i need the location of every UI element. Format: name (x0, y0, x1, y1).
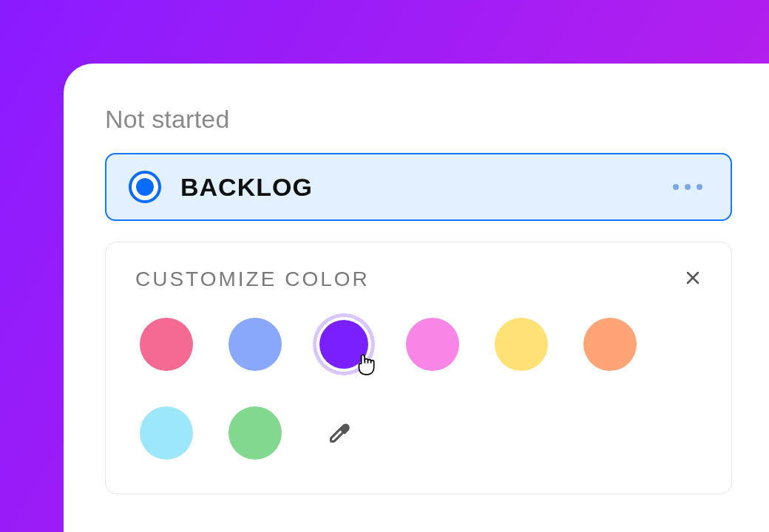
status-circle-icon (129, 171, 161, 203)
status-row[interactable]: BACKLOG (105, 153, 732, 221)
dots-icon (673, 184, 679, 190)
color-swatch[interactable] (490, 313, 552, 375)
swatch-grid (135, 313, 702, 464)
swatch-circle (406, 318, 459, 371)
swatch-circle (228, 406, 282, 460)
swatch-circle (319, 320, 368, 369)
close-button[interactable] (684, 269, 702, 290)
swatch-circle (583, 318, 637, 371)
color-swatch[interactable] (224, 313, 286, 375)
color-swatch[interactable] (135, 313, 197, 375)
color-swatch[interactable] (224, 402, 286, 464)
swatch-circle (228, 318, 282, 371)
eyedropper-button[interactable] (313, 406, 366, 460)
eyedropper-icon (327, 420, 352, 446)
customize-color-panel: CUSTOMIZE COLOR (105, 242, 732, 494)
swatch-circle (140, 406, 193, 460)
section-title: Not started (105, 105, 732, 134)
color-swatch[interactable] (135, 402, 197, 464)
color-swatch[interactable] (402, 313, 464, 375)
more-options-button[interactable] (667, 178, 708, 196)
color-swatch[interactable] (579, 313, 641, 375)
panel-title: CUSTOMIZE COLOR (135, 267, 370, 291)
card: Not started BACKLOG CUSTOMIZE COLOR (64, 64, 769, 532)
color-swatch[interactable] (313, 313, 375, 375)
swatch-circle (140, 318, 193, 371)
status-label: BACKLOG (180, 173, 667, 202)
close-icon (684, 269, 702, 287)
swatch-circle (495, 318, 548, 371)
